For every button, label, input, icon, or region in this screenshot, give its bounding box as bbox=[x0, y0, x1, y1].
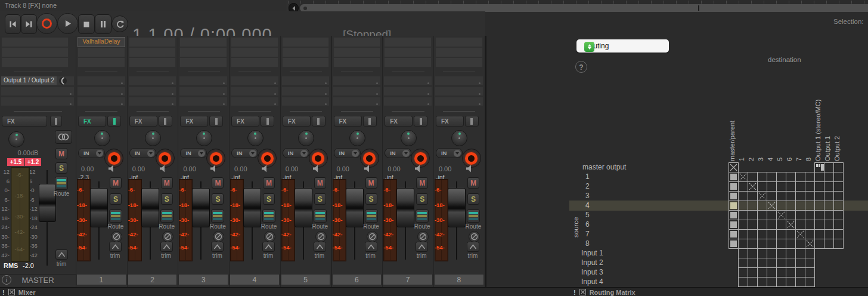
input-select-button[interactable]: IN bbox=[436, 148, 463, 158]
matrix-row-label-3[interactable]: 3 bbox=[571, 191, 740, 201]
matrix-row-label-11[interactable]: Input 3 bbox=[571, 267, 736, 278]
matrix-cell-4-to-5[interactable] bbox=[776, 201, 786, 211]
matrix-cell-5-to-Output 1 (stereo/MC)[interactable] bbox=[814, 210, 824, 220]
send-slot[interactable] bbox=[435, 97, 483, 106]
volume-value[interactable]: 0.00 bbox=[132, 165, 145, 172]
matrix-cell-3-to-8[interactable] bbox=[805, 191, 815, 201]
matrix-cell-7-to-4[interactable] bbox=[767, 229, 777, 239]
matrix-cell-1-to-Output 1[interactable] bbox=[824, 172, 834, 182]
phase-invert-button[interactable] bbox=[111, 231, 122, 242]
track-number-cell[interactable]: 6 bbox=[332, 274, 382, 285]
matrix-cell-8-to-1[interactable] bbox=[738, 239, 748, 249]
send-slot[interactable] bbox=[333, 76, 381, 85]
routing-tab-label[interactable]: Routing Matrix bbox=[590, 289, 636, 296]
matrix-cell-3-to-Output 1 (stereo/MC)[interactable] bbox=[814, 191, 824, 201]
master-route-button[interactable] bbox=[55, 177, 68, 190]
matrix-cell-2-to-master/parent[interactable] bbox=[728, 181, 739, 192]
master-clip-peak-right[interactable]: +1.2 bbox=[25, 158, 41, 166]
matrix-cell-Input 2-to-8[interactable] bbox=[805, 258, 815, 268]
matrix-cell-7-to-Output 2[interactable] bbox=[833, 229, 844, 239]
pan-knob[interactable] bbox=[196, 130, 212, 146]
pause-button[interactable] bbox=[95, 14, 111, 34]
pan-knob[interactable] bbox=[349, 130, 365, 146]
matrix-cell-master output-to-Output 2[interactable] bbox=[833, 162, 844, 172]
master-fx-slot[interactable] bbox=[1, 37, 69, 47]
matrix-cell-Input 2-to-7[interactable] bbox=[795, 258, 805, 268]
matrix-cell-3-to-Output 1[interactable] bbox=[824, 191, 834, 201]
help-button[interactable]: ? bbox=[575, 61, 587, 73]
send-slot[interactable] bbox=[384, 87, 432, 95]
fx-insert-slot[interactable] bbox=[129, 57, 176, 67]
phase-invert-button[interactable] bbox=[469, 231, 480, 242]
fx-insert-slot[interactable] bbox=[384, 57, 432, 67]
master-send-slot[interactable] bbox=[1, 87, 74, 95]
send-slot[interactable] bbox=[129, 87, 176, 95]
pan-knob[interactable] bbox=[298, 130, 314, 146]
matrix-cell-Input 4-to-1[interactable] bbox=[738, 277, 748, 287]
matrix-cell-Input 2-to-3[interactable] bbox=[757, 258, 767, 268]
matrix-cell-7-to-5[interactable] bbox=[776, 229, 786, 239]
matrix-row-label-10[interactable]: Input 2 bbox=[571, 258, 736, 268]
master-mute-button[interactable]: M bbox=[55, 148, 67, 159]
trim-button[interactable] bbox=[467, 242, 479, 252]
fx-enable-toggle[interactable] bbox=[414, 116, 427, 127]
fader-handle[interactable] bbox=[192, 188, 210, 227]
fx-insert-slot[interactable] bbox=[435, 57, 483, 67]
mute-button[interactable]: M bbox=[467, 177, 479, 189]
fx-insert-slot[interactable] bbox=[384, 47, 432, 57]
matrix-cell-1-to-2[interactable] bbox=[748, 172, 758, 182]
matrix-column-header-5[interactable]: 5 bbox=[776, 84, 786, 161]
matrix-cell-Input 1-to-7[interactable] bbox=[795, 248, 805, 258]
record-button[interactable] bbox=[36, 13, 57, 34]
matrix-column-header-0[interactable]: master/parent bbox=[728, 84, 739, 161]
matrix-cell-Input 3-to-1[interactable] bbox=[738, 267, 748, 278]
send-slot[interactable] bbox=[282, 76, 330, 85]
master-name-cell[interactable]: MASTER bbox=[0, 274, 76, 286]
matrix-cell-4-to-Output 2[interactable] bbox=[833, 201, 844, 211]
trim-button[interactable] bbox=[365, 242, 377, 252]
matrix-cell-Input 4-to-2[interactable] bbox=[748, 277, 758, 287]
matrix-cell-Input 4-to-7[interactable] bbox=[795, 277, 805, 287]
matrix-cell-4-to-7[interactable] bbox=[795, 201, 805, 211]
matrix-cell-1-to-4[interactable] bbox=[767, 172, 777, 182]
pan-knob[interactable] bbox=[145, 130, 161, 146]
fx-insert-slot[interactable] bbox=[333, 47, 381, 57]
pan-knob[interactable] bbox=[94, 130, 110, 146]
fx-insert-slot[interactable] bbox=[282, 37, 330, 47]
fx-enable-toggle[interactable] bbox=[312, 116, 326, 127]
matrix-cell-8-to-5[interactable] bbox=[776, 239, 786, 249]
solo-button[interactable]: S bbox=[263, 193, 275, 205]
send-slot[interactable] bbox=[231, 87, 278, 95]
matrix-row-label-9[interactable]: Input 1 bbox=[571, 248, 736, 258]
fx-chain-button[interactable]: FX bbox=[129, 116, 157, 127]
send-slot[interactable] bbox=[78, 87, 125, 95]
matrix-cell-8-to-master/parent[interactable] bbox=[728, 239, 739, 249]
fx-chain-button[interactable]: FX bbox=[385, 116, 413, 127]
matrix-cell-4-to-Output 1 (stereo/MC)[interactable] bbox=[814, 201, 824, 211]
matrix-cell-Input 4-to-6[interactable] bbox=[786, 277, 796, 287]
send-slot[interactable] bbox=[231, 76, 278, 85]
send-slot[interactable] bbox=[78, 97, 125, 106]
route-button[interactable] bbox=[416, 209, 429, 223]
matrix-cell-5-to-2[interactable] bbox=[748, 210, 758, 220]
matrix-cell-2-to-5[interactable] bbox=[776, 181, 786, 192]
matrix-cell-Input 3-to-7[interactable] bbox=[795, 267, 805, 278]
fx-insert-slot[interactable] bbox=[282, 57, 330, 67]
track-number-cell[interactable]: 2 bbox=[128, 274, 178, 285]
phase-invert-button[interactable] bbox=[367, 231, 378, 242]
phase-invert-button[interactable] bbox=[417, 231, 429, 242]
matrix-cell-8-to-7[interactable] bbox=[795, 239, 805, 249]
fx-enable-toggle[interactable] bbox=[363, 116, 377, 127]
fx-chain-button[interactable]: FX bbox=[231, 116, 259, 127]
matrix-cell-8-to-Output 2[interactable] bbox=[833, 239, 844, 249]
matrix-cell-1-to-5[interactable] bbox=[776, 172, 786, 182]
matrix-cell-3-to-2[interactable] bbox=[748, 191, 758, 201]
fx-insert-slot[interactable] bbox=[333, 57, 381, 67]
matrix-cell-3-to-master/parent[interactable] bbox=[728, 191, 739, 201]
matrix-cell-7-to-2[interactable] bbox=[748, 229, 758, 239]
fx-chain-button[interactable]: FX bbox=[283, 116, 311, 127]
matrix-column-header-9[interactable]: Output 1 (stereo/MC) bbox=[814, 84, 824, 161]
send-slot[interactable] bbox=[435, 87, 483, 95]
send-slot[interactable] bbox=[384, 76, 432, 85]
close-box-icon[interactable] bbox=[579, 289, 586, 295]
